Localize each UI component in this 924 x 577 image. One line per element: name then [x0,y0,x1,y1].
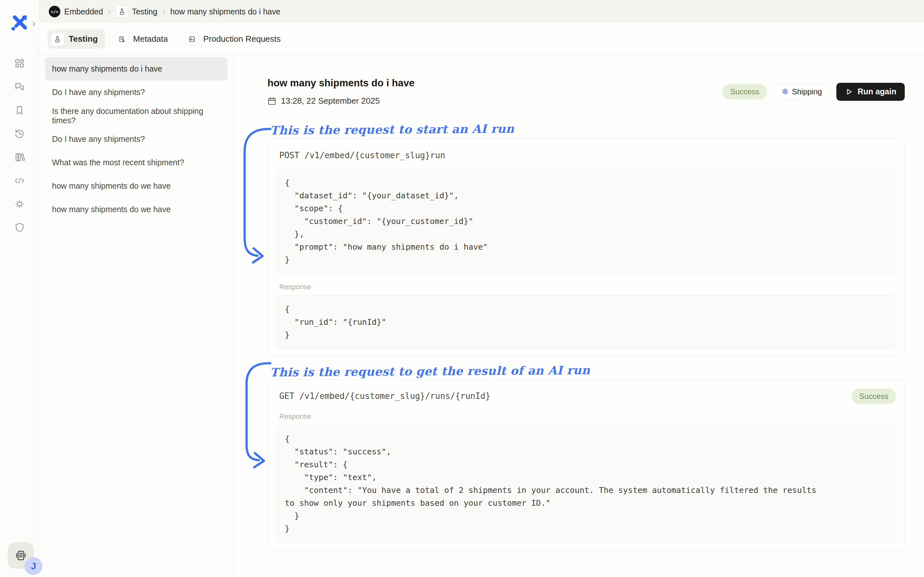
response-label: Response [279,413,896,421]
query-list-item[interactable]: how many shipments do we have [45,198,227,221]
dashboard-icon[interactable] [14,58,25,69]
logo-icon [8,12,31,33]
breadcrumb-item-testing[interactable]: Testing [116,5,157,18]
tab-bar: Testing Metadata Production Requests [39,23,924,55]
metadata-chip [115,32,129,46]
annotation-start-run: This is the request to start an AI run [270,119,905,137]
icon-rail: › [0,0,39,577]
shield-icon[interactable] [14,222,25,233]
query-list-item[interactable]: Do I have any shipments? [45,127,227,151]
metadata-doc-icon [118,35,126,43]
query-list-item[interactable]: Is there any documentation about shippin… [45,104,227,127]
chevron-right-icon: › [163,7,165,16]
tab-label: Metadata [133,34,168,44]
snowflake-icon: ❄ [782,87,789,97]
breadcrumb-label: how many shipments do i have [170,7,280,16]
query-list-item[interactable]: What was the most recent shipment? [45,151,227,174]
request-body-code: { "dataset_id": "{your_dataset_id}", "sc… [285,177,830,266]
start-run-card: POST /v1/embed/{customer_slug}run { "dat… [268,139,905,356]
tab-label: Production Requests [203,34,281,44]
play-icon [845,88,853,96]
query-list-item[interactable]: how many shipments do we have [45,174,227,198]
query-list-item[interactable]: how many shipments do i have [45,57,227,81]
flask-chip [51,32,64,46]
tab-metadata[interactable]: Metadata [112,29,175,49]
app-window: › [0,0,924,577]
response-code: { "status": "success", "result": { "type… [285,433,830,535]
response-block[interactable]: { "run_id": "{runId}" } [276,295,896,350]
app-logo[interactable]: › [8,12,31,33]
query-list-item[interactable]: Do I have any shipments? [45,81,227,104]
response-code: { "run_id": "{runId}" } [285,303,830,342]
start-run-endpoint: POST /v1/embed/{customer_slug}run [276,148,896,160]
expand-sidebar-chevron-icon[interactable]: › [32,17,35,29]
request-body-block[interactable]: { "dataset_id": "{your_dataset_id}", "sc… [276,168,896,274]
breadcrumb-item-embedded[interactable]: </> Embedded [49,6,103,17]
breadcrumb-label: Embedded [64,7,103,16]
dataset-badge[interactable]: ❄ Shipping [773,84,830,100]
run-detail-panel: how many shipments do i have 13:28, 22 S… [234,55,924,577]
run-again-button[interactable]: Run again [836,83,905,101]
get-result-endpoint: GET /v1/embed/{customer_slug}/runs/{runI… [276,388,490,401]
breadcrumb-item-current: how many shipments do i have [170,7,280,16]
flask-chip [116,5,128,18]
response-label: Response [279,283,896,291]
flask-icon [118,8,126,15]
embedded-code-icon: </> [49,6,60,17]
chevron-right-icon: › [108,7,111,16]
code-icon[interactable] [14,175,25,187]
status-badge: Success [722,84,767,100]
robot-icon [14,548,28,562]
response-block[interactable]: { "status": "success", "result": { "type… [276,425,896,543]
tab-production-requests[interactable]: Production Requests [182,29,288,49]
get-result-card: GET /v1/embed/{customer_slug}/runs/{runI… [268,379,905,550]
annotation-get-result: This is the request to get the result of… [270,361,905,379]
library-icon[interactable] [14,152,25,163]
chat-icon[interactable] [14,81,25,93]
dataset-badge-label: Shipping [792,87,822,96]
calendar-icon [268,97,276,106]
production-chip [185,32,199,46]
tab-testing[interactable]: Testing [47,29,105,49]
response-status-badge: Success [851,388,896,404]
history-icon[interactable] [14,128,25,140]
production-tray-icon [189,35,195,43]
tab-label: Testing [69,34,98,44]
run-again-label: Run again [858,87,897,96]
query-list: how many shipments do i have Do I have a… [39,55,234,577]
breadcrumb-label: Testing [132,7,157,16]
breadcrumb: </> Embedded › Testing › how many shipme… [39,0,924,23]
settings-icon[interactable] [14,198,25,210]
bookmark-icon[interactable] [14,105,25,116]
run-timestamp: 13:28, 22 September 2025 [281,96,380,106]
run-title: how many shipments do i have [268,77,414,89]
flask-icon [54,35,61,43]
